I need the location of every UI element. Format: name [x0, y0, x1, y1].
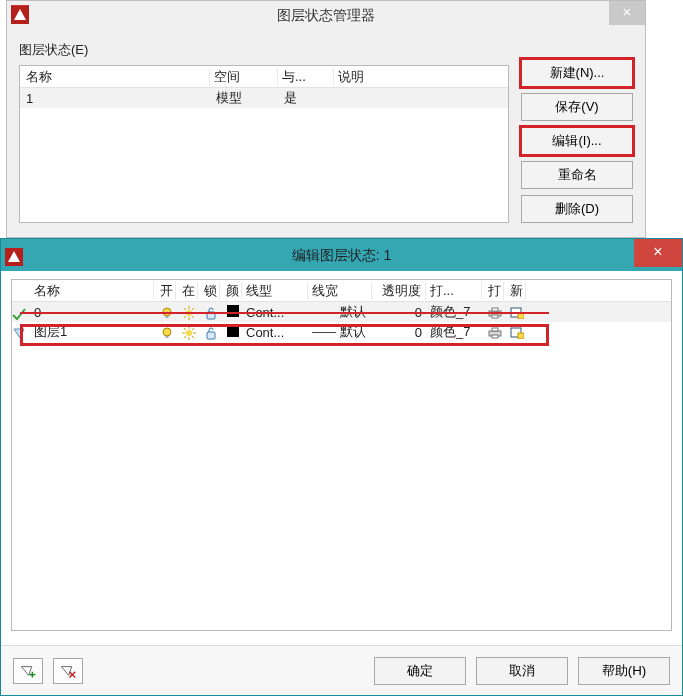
- sun-icon[interactable]: [176, 304, 198, 320]
- background-grid: [648, 0, 683, 238]
- svg-rect-30: [207, 332, 215, 339]
- dialog2-footer: 确定 取消 帮助(H): [1, 645, 682, 695]
- layer-state-manager-dialog: 图层状态管理器 × 图层状态(E) 名称 空间 与... 说明 1 模型 是: [6, 0, 646, 238]
- col-same[interactable]: 与...: [278, 68, 334, 86]
- linetype[interactable]: Cont...: [242, 325, 308, 340]
- layer-states-header[interactable]: 名称 空间 与... 说明: [20, 66, 508, 88]
- col-plot[interactable]: 打: [482, 282, 504, 300]
- layer-row[interactable]: 0 Cont... 默认 0 颜色_7: [12, 302, 671, 322]
- printer-icon[interactable]: [482, 305, 504, 320]
- layer-name: 图层1: [30, 323, 154, 341]
- plot-style[interactable]: 颜色_7: [426, 323, 482, 341]
- rename-button[interactable]: 重命名: [521, 161, 633, 189]
- dialog2-close-button[interactable]: ×: [634, 239, 682, 267]
- lineweight[interactable]: 默认: [308, 323, 372, 341]
- layer-state-row[interactable]: 1 模型 是: [20, 88, 508, 108]
- edit-button[interactable]: 编辑(I)...: [521, 127, 633, 155]
- layer-list[interactable]: 名称 开 在 锁 颜 线型 线宽 透明度 打... 打 新 0: [11, 279, 672, 631]
- color-swatch[interactable]: [220, 305, 242, 320]
- app-icon: [5, 245, 23, 263]
- layer-states-list[interactable]: 名称 空间 与... 说明 1 模型 是: [19, 65, 509, 223]
- svg-rect-20: [166, 336, 169, 338]
- app-icon: [11, 5, 29, 23]
- help-button[interactable]: 帮助(H): [578, 657, 670, 685]
- svg-rect-18: [518, 313, 524, 319]
- new-vp-icon[interactable]: [504, 325, 526, 340]
- col-color[interactable]: 颜: [220, 282, 242, 300]
- svg-rect-35: [518, 333, 524, 339]
- svg-line-9: [184, 308, 186, 310]
- col-space[interactable]: 空间: [210, 68, 278, 86]
- svg-line-26: [184, 328, 186, 330]
- svg-rect-3: [166, 316, 169, 318]
- linetype[interactable]: Cont...: [242, 305, 308, 320]
- svg-line-10: [192, 316, 194, 318]
- col-desc[interactable]: 说明: [334, 68, 508, 86]
- col-trans[interactable]: 透明度: [372, 282, 426, 300]
- lock-icon[interactable]: [198, 304, 220, 320]
- status-icon: [12, 304, 30, 320]
- cancel-button[interactable]: 取消: [476, 657, 568, 685]
- dialog1-title: 图层状态管理器: [277, 7, 375, 23]
- col-new[interactable]: 新: [504, 282, 526, 300]
- bulb-icon[interactable]: [154, 305, 176, 320]
- svg-rect-33: [492, 335, 498, 338]
- status-icon: [12, 324, 30, 340]
- edit-layer-state-dialog: 编辑图层状态: 1 × 名称 开 在 锁 颜 线型 线宽 透明度 打... 打 …: [0, 238, 683, 696]
- svg-rect-32: [492, 328, 498, 331]
- col-on[interactable]: 开: [154, 282, 176, 300]
- col-pstyle[interactable]: 打...: [426, 282, 482, 300]
- delete-button[interactable]: 删除(D): [521, 195, 633, 223]
- bulb-icon[interactable]: [154, 325, 176, 340]
- row-name: 1: [20, 91, 210, 106]
- row-same: 是: [278, 89, 334, 107]
- printer-icon[interactable]: [482, 325, 504, 340]
- plot-style[interactable]: 颜色_7: [426, 303, 482, 321]
- new-button[interactable]: 新建(N)...: [521, 59, 633, 87]
- layer-name: 0: [30, 305, 154, 320]
- layer-row[interactable]: 图层1 Cont... 默认 0 颜色_7: [12, 322, 671, 342]
- col-lock[interactable]: 锁: [198, 282, 220, 300]
- svg-line-28: [184, 336, 186, 338]
- dialog2-title: 编辑图层状态: 1: [292, 247, 392, 263]
- layer-states-label: 图层状态(E): [19, 41, 509, 59]
- dialog1-close-button[interactable]: ×: [609, 1, 645, 25]
- lineweight[interactable]: 默认: [308, 303, 372, 321]
- svg-point-19: [163, 328, 171, 336]
- sun-icon[interactable]: [176, 324, 198, 340]
- svg-line-29: [192, 328, 194, 330]
- ok-button[interactable]: 确定: [374, 657, 466, 685]
- new-vp-icon[interactable]: [504, 305, 526, 320]
- col-ltype[interactable]: 线型: [242, 282, 308, 300]
- svg-rect-16: [492, 315, 498, 318]
- save-button[interactable]: 保存(V): [521, 93, 633, 121]
- col-name[interactable]: 名称: [30, 282, 154, 300]
- row-space: 模型: [210, 89, 278, 107]
- svg-point-2: [163, 308, 171, 316]
- col-freeze[interactable]: 在: [176, 282, 198, 300]
- lock-icon[interactable]: [198, 324, 220, 340]
- dialog1-titlebar[interactable]: 图层状态管理器 ×: [7, 1, 645, 29]
- add-layer-button[interactable]: [13, 658, 43, 684]
- svg-rect-13: [207, 312, 215, 319]
- dialog2-titlebar[interactable]: 编辑图层状态: 1 ×: [1, 239, 682, 271]
- transparency[interactable]: 0: [372, 305, 426, 320]
- col-lw[interactable]: 线宽: [308, 282, 372, 300]
- svg-point-21: [186, 330, 192, 336]
- layer-list-header[interactable]: 名称 开 在 锁 颜 线型 线宽 透明度 打... 打 新: [12, 280, 671, 302]
- remove-layer-button[interactable]: [53, 658, 83, 684]
- col-name[interactable]: 名称: [20, 68, 210, 86]
- svg-line-11: [184, 316, 186, 318]
- svg-rect-15: [492, 308, 498, 311]
- color-swatch[interactable]: [220, 325, 242, 340]
- svg-line-27: [192, 336, 194, 338]
- svg-point-4: [186, 310, 192, 316]
- transparency[interactable]: 0: [372, 325, 426, 340]
- svg-line-12: [192, 308, 194, 310]
